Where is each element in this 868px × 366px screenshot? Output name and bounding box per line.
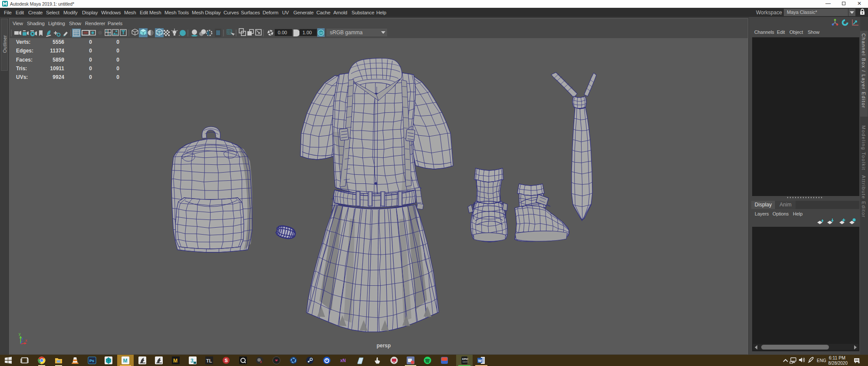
svg-text:z: z xyxy=(22,337,24,341)
svg-text:S: S xyxy=(225,358,228,363)
svg-text:Ps: Ps xyxy=(89,359,94,363)
svg-text:M: M xyxy=(173,358,178,364)
svg-text:W: W xyxy=(478,359,482,363)
svg-text:0.00: 0.00 xyxy=(278,30,287,35)
svg-text:x: x xyxy=(25,338,27,343)
svg-text:GAMES: GAMES xyxy=(462,361,469,363)
svg-text:xN: xN xyxy=(340,358,346,363)
svg-text:1.00: 1.00 xyxy=(302,30,312,35)
svg-text:2: 2 xyxy=(260,360,262,364)
svg-text:y: y xyxy=(19,332,21,336)
svg-text:sRGB gamma: sRGB gamma xyxy=(330,29,363,36)
svg-text:GM: GM xyxy=(319,32,322,34)
svg-text:ENG: ENG xyxy=(817,358,826,363)
svg-text:EPIC: EPIC xyxy=(462,358,469,360)
svg-text:M: M xyxy=(123,358,128,364)
svg-text:TL: TL xyxy=(206,358,212,363)
svg-text:8/28/2020: 8/28/2020 xyxy=(829,361,848,366)
svg-text:3: 3 xyxy=(191,358,194,364)
svg-text:6:11 PM: 6:11 PM xyxy=(829,355,845,360)
